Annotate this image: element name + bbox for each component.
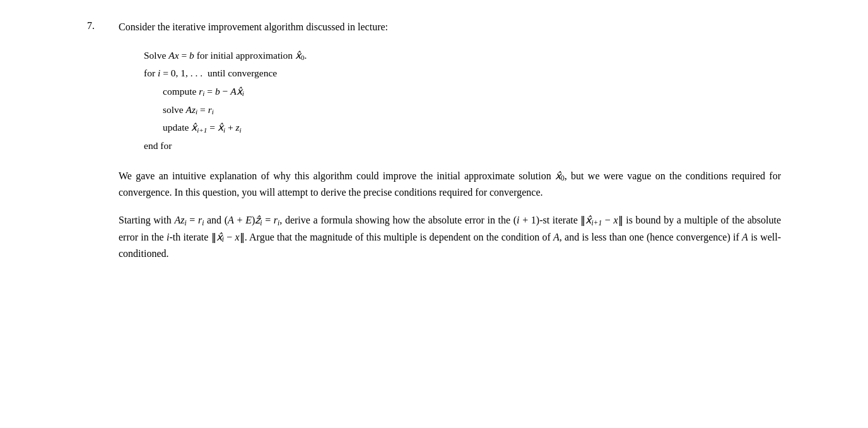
paragraph-2: Starting with Azi = ri and (A + E)ẑi = r… (119, 212, 781, 262)
algo-line-2: for i = 0, 1, . . . until convergence (144, 64, 781, 83)
question-number: 7. (87, 19, 119, 274)
question-heading: Consider the iterative improvement algor… (119, 19, 781, 35)
algo-line-5: update x̂i+1 = x̂i + zi (163, 119, 781, 137)
question-body: Consider the iterative improvement algor… (119, 19, 781, 274)
page-content: 7. Consider the iterative improvement al… (87, 19, 781, 274)
algo-line-6: end for (144, 137, 781, 155)
algo-line-4: solve Azi = ri (163, 101, 781, 119)
algo-line-3: compute ri = b − Ax̂i (163, 83, 781, 101)
paragraph-1: We gave an intuitive explanation of why … (119, 168, 781, 201)
question-block: 7. Consider the iterative improvement al… (87, 19, 781, 274)
algo-line-1: Solve Ax = b for initial approximation x… (144, 47, 781, 65)
algorithm-block: Solve Ax = b for initial approximation x… (144, 47, 781, 155)
